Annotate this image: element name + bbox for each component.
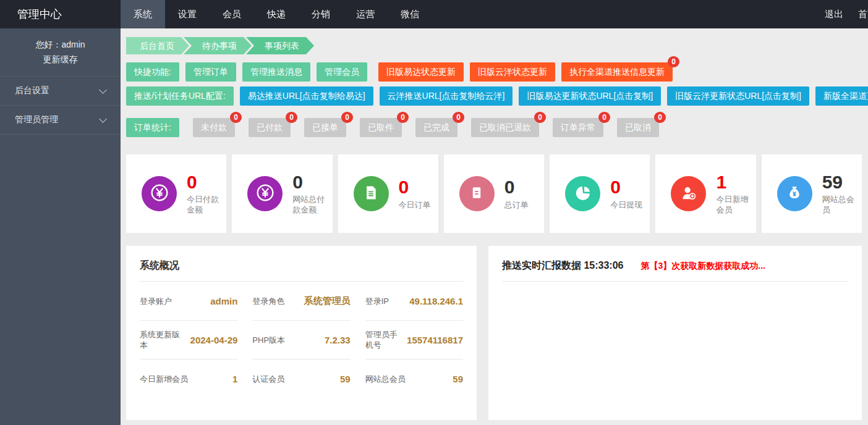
pie-icon: [573, 183, 593, 205]
nav-item-4[interactable]: 分销: [299, 0, 343, 28]
overview-cell-label: PHP版本: [252, 335, 285, 345]
quick-action-button-0[interactable]: 管理订单: [185, 62, 236, 82]
stat-card-info: 0网站总付款金额: [292, 172, 332, 216]
nav-right-menu: 退出首页: [817, 0, 868, 28]
count-badge: 0: [453, 112, 464, 123]
overview-cell-label: 认证会员: [252, 374, 284, 384]
stat-card-value: 59: [822, 172, 862, 192]
overview-cell-label: 管理员手机号: [365, 329, 403, 350]
url-copy-button-3[interactable]: 旧版云洋更新状态URL[点击复制]: [667, 86, 809, 106]
legacy-update-button-2[interactable]: 执行全渠道推送信息更新0: [561, 62, 673, 82]
overview-cell-value: 1: [232, 374, 237, 384]
overview-cell-value: 2024-04-29: [190, 335, 238, 345]
order-stat-button-3[interactable]: 已取件0: [360, 118, 402, 137]
nav-item-5[interactable]: 运营: [343, 0, 388, 28]
refresh-cache-link[interactable]: 更新缓存: [0, 52, 121, 67]
stat-card-6: 59网站总会员: [762, 154, 862, 233]
nav-right-item-1[interactable]: 首页: [851, 0, 868, 28]
pie-circle: [565, 176, 600, 211]
count-badge: 0: [286, 112, 297, 123]
stat-card-0: 0今日付款金额: [126, 154, 226, 233]
sidebar-menu: 后台设置管理员管理: [0, 77, 121, 135]
overview-cell-0-1: 登录角色系统管理员: [252, 282, 350, 321]
overview-cell-value: admin: [210, 296, 237, 306]
url-copy-button-0[interactable]: 易达推送URL[点击复制给易达]: [240, 86, 373, 106]
overview-cell-value: 15574116817: [407, 335, 463, 345]
overview-cell-1-1: PHP版本7.2.33: [252, 321, 350, 360]
url-copy-button-4[interactable]: 新版全渠道更新状态URL[点击复制]: [815, 86, 868, 106]
yen-circle-circle: [247, 176, 283, 211]
sidebar-item-0[interactable]: 后台设置: [0, 77, 121, 106]
url-config-label: 推送/计划任务URL配置:: [126, 86, 234, 106]
stat-card-label: 总订单: [504, 200, 529, 210]
system-overview-title: 系统概况: [140, 257, 463, 282]
order-stat-button-2[interactable]: 已接单0: [304, 118, 346, 137]
overview-cell-label: 今日新增会员: [140, 374, 188, 384]
breadcrumb-item-1[interactable]: 待办事项: [184, 37, 252, 54]
stat-card-4: 0今日提现: [550, 154, 650, 233]
stat-card-value: 0: [610, 177, 642, 197]
order-stat-button-0[interactable]: 未付款0: [193, 118, 235, 137]
url-config-row: 推送/计划任务URL配置: 易达推送URL[点击复制给易达]云洋推送URL[点击…: [126, 86, 862, 106]
stat-card-value: 0: [399, 177, 431, 197]
document-icon: [361, 183, 381, 205]
overview-cell-value: 59: [453, 374, 463, 384]
nav-item-6[interactable]: 微信: [388, 0, 432, 28]
count-badge: 0: [598, 112, 610, 123]
legacy-update-button-0[interactable]: 旧版易达状态更新: [378, 62, 464, 82]
url-copy-button-2[interactable]: 旧版易达更新状态URL[点击复制]: [519, 86, 661, 106]
user-plus-circle: [671, 176, 706, 211]
overview-cell-0-0: 登录账户admin: [140, 282, 237, 321]
overview-cell-0-2: 登录IP49.118.246.1: [365, 282, 463, 321]
order-stat-button-7[interactable]: 已取消0: [617, 118, 659, 137]
breadcrumb-item-2[interactable]: 事项列表: [246, 37, 314, 54]
stat-card-info: 0今日提现: [610, 177, 642, 210]
count-badge: 0: [341, 112, 353, 123]
push-report-panel: 推送实时汇报数据 15:33:06 第【3】次获取新数据获取成功...: [488, 246, 862, 420]
bottom-panels: 系统概况 登录账户admin登录角色系统管理员登录IP49.118.246.1系…: [126, 246, 862, 420]
stat-card-value: 1: [716, 172, 755, 192]
sidebar-item-label: 后台设置: [15, 85, 49, 96]
push-report-header: 推送实时汇报数据 15:33:06 第【3】次获取新数据获取成功...: [502, 257, 848, 282]
quick-action-button-1[interactable]: 管理推送消息: [242, 62, 310, 82]
breadcrumb-item-0[interactable]: 后台首页: [126, 37, 189, 54]
nav-item-0[interactable]: 系统: [121, 0, 165, 28]
order-stats-label: 订单统计:: [126, 118, 179, 137]
overview-cell-label: 登录角色: [252, 296, 284, 306]
stat-card-info: 0今日付款金额: [187, 172, 226, 216]
sidebar: 您好：admin 更新缓存 后台设置管理员管理: [0, 28, 121, 425]
order-stat-button-5[interactable]: 已取消已退款0: [471, 118, 539, 137]
nav-right-item-0[interactable]: 退出: [817, 0, 851, 28]
url-copy-button-1[interactable]: 云洋推送URL[点击复制给云洋]: [380, 86, 513, 106]
nav-item-2[interactable]: 会员: [210, 0, 254, 28]
user-block: 您好：admin 更新缓存: [0, 28, 121, 77]
count-badge: 0: [397, 112, 409, 123]
order-stat-button-6[interactable]: 订单异常0: [553, 118, 603, 137]
yen-circle-circle: [142, 176, 177, 211]
overview-cell-label: 网站总会员: [365, 374, 406, 384]
order-stats-row: 订单统计: 未付款0已付款0已接单0已取件0已完成0已取消已退款0订单异常0已取…: [126, 118, 862, 137]
count-badge: 0: [668, 56, 679, 67]
stat-card-label: 网站总会员: [822, 194, 862, 215]
nav-item-3[interactable]: 快递: [254, 0, 299, 28]
sidebar-item-label: 管理员管理: [15, 114, 58, 125]
quick-actions-label: 快捷功能:: [126, 62, 179, 82]
yen-circle-icon: [255, 182, 276, 206]
count-badge: 0: [534, 112, 546, 123]
stat-card-info: 1今日新增会员: [716, 172, 755, 216]
sidebar-item-1[interactable]: 管理员管理: [0, 106, 121, 135]
stat-card-label: 今日付款金额: [187, 194, 226, 215]
count-badge: 0: [654, 112, 666, 123]
order-stat-button-1[interactable]: 已付款0: [249, 118, 291, 137]
quick-action-button-2[interactable]: 管理会员: [317, 62, 367, 82]
stat-card-value: 0: [187, 172, 226, 192]
overview-cell-label: 系统更新版本: [140, 329, 187, 350]
stat-cards-row: 0今日付款金额0网站总付款金额0今日订单0总订单0今日提现1今日新增会员59网站…: [126, 154, 862, 233]
order-stat-button-4[interactable]: 已完成0: [415, 118, 457, 137]
chevron-down-icon: [99, 86, 107, 94]
yen-circle-icon: [149, 182, 170, 206]
stat-card-label: 今日订单: [399, 200, 431, 210]
document-circle: [354, 176, 389, 211]
legacy-update-button-1[interactable]: 旧版云洋状态更新: [470, 62, 555, 82]
nav-item-1[interactable]: 设置: [165, 0, 210, 28]
